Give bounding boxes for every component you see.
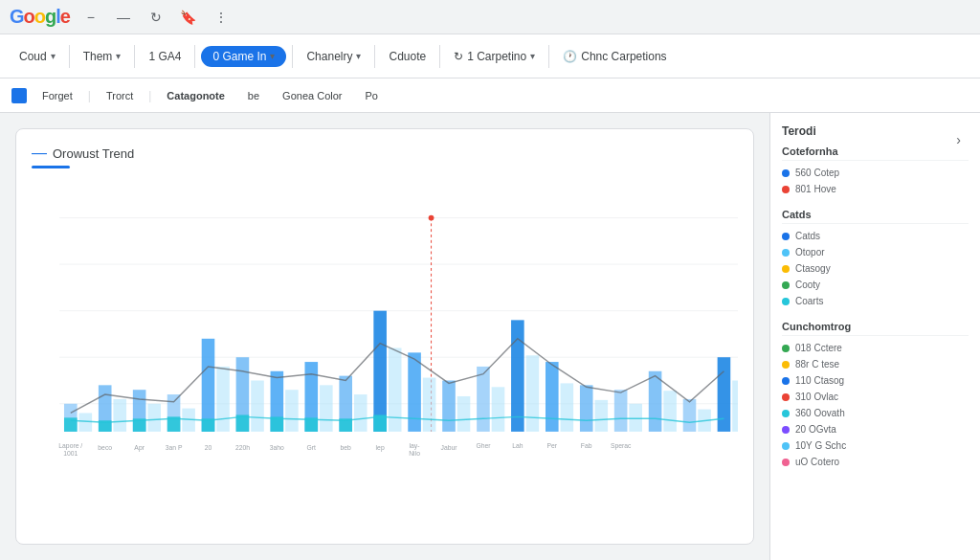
panel-dot: [782, 169, 790, 177]
bookmark-button[interactable]: 🔖: [175, 4, 202, 31]
panel-item-560[interactable]: 560 Cotep: [782, 165, 969, 181]
svg-rect-8: [79, 413, 93, 431]
panel-dot: [782, 281, 790, 289]
toolbar-divider: [292, 45, 293, 68]
svg-rect-35: [546, 362, 559, 432]
svg-rect-18: [251, 380, 264, 431]
sub-toolbar-gonea[interactable]: Gonea Color: [275, 86, 349, 105]
chart-subtitle-bar: [32, 166, 70, 168]
toolbar-item-chanelry[interactable]: Chanelry ▾: [299, 46, 368, 67]
toolbar-divider: [548, 45, 549, 68]
toolbar-item-them[interactable]: Them ▾: [76, 46, 129, 67]
svg-text:3an P: 3an P: [166, 444, 183, 451]
panel-cat-5[interactable]: Coarts: [782, 293, 969, 309]
panel-dot: [782, 361, 790, 369]
chart-svg-container: Lapore / 1001 beco Apr 3an P 20 220h 3ah…: [32, 180, 738, 516]
sub-toolbar-be[interactable]: be: [240, 86, 267, 105]
collapse-button[interactable]: ›: [956, 132, 961, 147]
svg-rect-22: [320, 385, 333, 432]
svg-rect-26: [389, 348, 402, 432]
svg-text:beco: beco: [98, 444, 112, 451]
panel-sub-3[interactable]: 110 Ctasog: [782, 372, 969, 389]
panel-sub-4[interactable]: 310 Ovlac: [782, 389, 969, 405]
sub-toolbar-forget[interactable]: Forget: [34, 86, 80, 105]
toolbar-divider: [134, 45, 135, 68]
svg-rect-37: [580, 385, 593, 432]
panel-sub-7[interactable]: 10Y G Schc: [782, 437, 969, 454]
toolbar-item-carpetino[interactable]: ↻ 1 Carpetino ▾: [446, 46, 543, 67]
svg-rect-38: [594, 400, 608, 432]
svg-text:Gher: Gher: [476, 442, 491, 449]
svg-text:lep: lep: [376, 444, 385, 452]
panel-dot: [782, 410, 790, 417]
panel-cat-1[interactable]: Catds: [782, 228, 969, 244]
chevron-icon: ▾: [116, 51, 121, 61]
more-button[interactable]: ⋮: [208, 4, 234, 31]
svg-text:1001: 1001: [63, 450, 78, 457]
panel-sub-1[interactable]: 018 Cctere: [782, 340, 969, 356]
svg-text:20: 20: [205, 444, 212, 451]
panel-sub-5[interactable]: 360 Oovath: [782, 405, 969, 421]
toolbar-item-game-in[interactable]: 0 Game In ▾: [201, 46, 286, 67]
right-panel: › Terodi Cotefornha 560 Cotep 801 Hove C…: [769, 113, 980, 560]
svg-rect-34: [526, 355, 540, 432]
svg-rect-15: [202, 339, 215, 432]
svg-rect-24: [354, 394, 368, 432]
svg-rect-45: [718, 357, 731, 432]
toolbar-item-cduote[interactable]: Cduote: [381, 46, 434, 67]
svg-text:Jabur: Jabur: [441, 444, 458, 451]
panel-sub-8[interactable]: uO Cotero: [782, 454, 969, 470]
toolbar-item-chnc[interactable]: 🕐 Chnc Carpetions: [555, 46, 674, 67]
toolbar-divider: [374, 45, 375, 68]
svg-rect-28: [423, 378, 436, 432]
panel-dot: [782, 377, 790, 385]
svg-text:Nilo: Nilo: [409, 450, 420, 457]
panel-main-section: Terodi Cotefornha 560 Cotep 801 Hove: [782, 124, 969, 197]
svg-rect-12: [147, 404, 161, 432]
svg-rect-30: [457, 396, 471, 432]
toolbar-divider: [439, 45, 440, 68]
svg-rect-46: [732, 380, 738, 431]
panel-dot: [782, 249, 790, 257]
browser-controls: − — ↻ 🔖 ⋮: [78, 4, 234, 31]
svg-rect-25: [373, 311, 387, 432]
sub-toolbar-po[interactable]: Po: [357, 86, 385, 105]
sub-toolbar-trorct[interactable]: Trorct: [99, 86, 141, 105]
google-logo: Google: [10, 6, 70, 28]
panel-sub-6[interactable]: 20 OGvta: [782, 421, 969, 437]
toolbar-divider: [69, 45, 70, 68]
panel-categories-header: Catds: [782, 209, 969, 224]
svg-text:Grt: Grt: [307, 444, 317, 451]
back-button[interactable]: −: [78, 4, 104, 31]
panel-dot: [782, 298, 790, 305]
toolbar-item-coud[interactable]: Coud ▾: [11, 46, 63, 67]
reload-button[interactable]: ↻: [143, 4, 169, 31]
svg-rect-39: [614, 390, 628, 432]
svg-text:beb: beb: [341, 444, 352, 451]
forward-button[interactable]: —: [110, 4, 137, 31]
svg-text:Lapore /: Lapore /: [58, 442, 82, 450]
svg-text:Sperac: Sperac: [611, 442, 632, 450]
chevron-icon: ▾: [51, 51, 56, 61]
svg-rect-40: [629, 404, 642, 432]
chart-title: — Orowust Trend: [32, 145, 738, 162]
panel-sub-header: Cunchomtrog: [782, 321, 969, 336]
toolbar-item-ga4[interactable]: 1 GA4: [141, 46, 189, 67]
svg-text:Lah: Lah: [512, 442, 523, 449]
panel-sub-2[interactable]: 88r C tese: [782, 356, 969, 372]
panel-cat-3[interactable]: Ctasogy: [782, 260, 969, 277]
svg-rect-33: [511, 320, 524, 432]
svg-rect-31: [477, 367, 490, 432]
panel-sub-categories-section: Cunchomtrog 018 Cctere 88r C tese 110 Ct…: [782, 321, 969, 470]
panel-cat-2[interactable]: Otopor: [782, 244, 969, 260]
svg-text:Apr: Apr: [134, 444, 145, 452]
svg-rect-47: [64, 417, 78, 432]
chevron-icon: ▾: [270, 51, 275, 61]
svg-text:220h: 220h: [235, 444, 250, 451]
panel-cat-4[interactable]: Cooty: [782, 277, 969, 293]
panel-item-hove[interactable]: 801 Hove: [782, 181, 969, 197]
sub-toolbar-catagonote[interactable]: Catagonote: [159, 86, 233, 105]
svg-text:lay-: lay-: [410, 442, 420, 450]
svg-text:Fab: Fab: [581, 442, 592, 449]
chart-card: — Orowust Trend: [15, 128, 754, 545]
